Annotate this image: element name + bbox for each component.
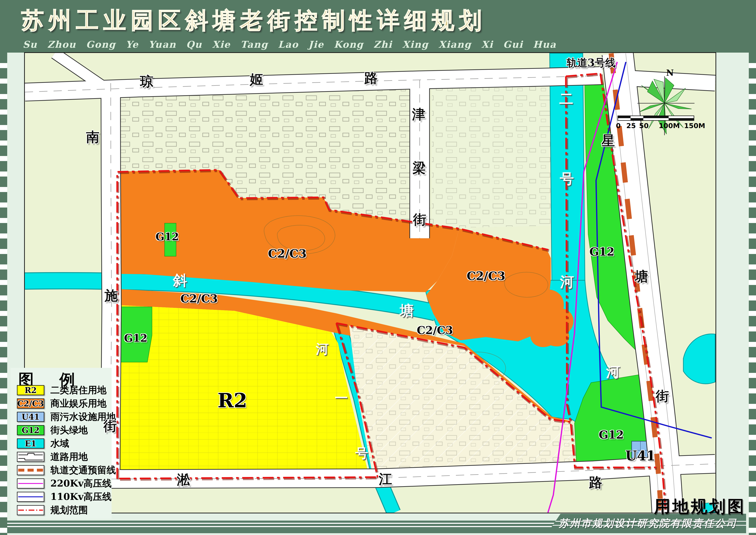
legend-swatch-c2c3: C2/C3: [17, 399, 44, 408]
legend-swatch-110kv-icon: [17, 492, 44, 502]
legend-swatch-boundary-icon: [17, 505, 44, 515]
zone-label-r2: R2: [218, 391, 247, 410]
scale-tick-50: 50: [639, 122, 649, 130]
legend-row-110kv: 110Kv高压线: [17, 492, 112, 502]
legend-swatch-u41: U41: [17, 412, 44, 422]
legend-swatch-rail-icon: [17, 465, 44, 475]
legend-swatch-g12: G12: [17, 425, 44, 435]
zone-label-g12: G12: [589, 246, 614, 257]
legend-row-220kv: 220Kv高压线: [17, 478, 112, 489]
planning-map-page: 苏州工业园区斜塘老街控制性详细规划 Su Zhou Gong Ye Yuan Q…: [0, 0, 756, 535]
legend-panel: 图 例 R2 二类居住用地 C2/C3 商业娱乐用地 U41 雨污水设施用地 G…: [11, 368, 112, 519]
boundary-line-icon: [18, 510, 43, 511]
legend-swatch-r2: R2: [17, 385, 44, 395]
rail-line-icon: [18, 469, 43, 472]
road-label-jinliang: 梁: [413, 161, 426, 175]
legend-row-rail: 轨道交通预留线: [17, 465, 116, 475]
hv220-line-icon: [18, 483, 43, 484]
map-sheet-title: 用地规划图: [654, 495, 746, 518]
legend-swatch-road-icon: [17, 452, 44, 462]
zone-label-g12: G12: [124, 333, 148, 343]
zone-label-c2c3: C2/C3: [268, 248, 307, 259]
legend-code: E1: [25, 439, 36, 448]
zone-label-c2c3: C2/C3: [417, 325, 453, 336]
page-subtitle: Su Zhou Gong Ye Yuan Qu Xie Tang Lao Jie…: [23, 39, 556, 50]
river-label-canal1: 号: [355, 447, 368, 460]
legend-label: 街头绿地: [50, 424, 88, 436]
river-label-xietang: 河: [560, 275, 574, 289]
road-label-songjiang: 淞: [177, 473, 190, 486]
road-label-xingtang: 塘: [635, 270, 648, 283]
legend-label: 商业娱乐用地: [50, 397, 107, 410]
legend-label: 220Kv高压线: [50, 477, 112, 490]
legend-row-c2c3: C2/C3 商业娱乐用地: [17, 398, 107, 409]
river-label-xietang: 塘: [400, 303, 414, 318]
zone-label-u41: U41: [625, 449, 656, 463]
scale-bar: [618, 116, 694, 121]
legend-code: C2/C3: [17, 399, 44, 408]
page-title: 苏州工业园区斜塘老街控制性详细规划: [21, 5, 486, 36]
scale-tick-150: 150M: [684, 122, 705, 130]
road-label-qiongji: 路: [364, 71, 378, 84]
legend-row-g12: G12 街头绿地: [17, 425, 88, 436]
legend-swatch-e1: E1: [17, 438, 44, 449]
legend-row-road: 道路用地: [17, 452, 88, 462]
legend-swatch-220kv-icon: [17, 478, 44, 489]
legend-row-u41: U41 雨污水设施用地: [17, 411, 116, 422]
legend-label: 二类居住用地: [50, 384, 107, 397]
road-label-qiongji: 琼: [140, 75, 153, 88]
legend-code: R2: [24, 386, 37, 395]
zone-label-c2c3: C2/C3: [180, 293, 218, 304]
north-label: N: [666, 69, 674, 77]
existing-block-east: [432, 76, 551, 228]
road-label-songjiang: 江: [379, 472, 392, 486]
legend-code: U41: [22, 412, 40, 422]
road-label-songjiang: 路: [589, 476, 602, 489]
zone-label-g12: G12: [599, 429, 624, 440]
river-label-canal1: 一: [335, 391, 348, 405]
road-label-qiongji: 姬: [250, 72, 263, 86]
legend-label: 水域: [50, 437, 69, 450]
right-filmstrip-border: [749, 53, 756, 535]
legend-code: G12: [22, 426, 40, 435]
road-label-nanshi: 施: [105, 289, 118, 302]
legend-row-boundary: 规划范围: [17, 505, 88, 515]
road-label-xingtang: 街: [656, 389, 669, 403]
river-label-canal2: 二: [559, 92, 573, 106]
legend-row-e1: E1 水域: [17, 438, 69, 449]
road-pattern-icon: [17, 452, 44, 461]
map-canvas: [24, 52, 716, 513]
company-name: 苏州市规划设计研究院有限责任公司: [559, 517, 737, 530]
scale-tick-25: 25: [626, 122, 636, 130]
zone-label-g12: G12: [155, 232, 179, 242]
zone-label-c2c3: C2/C3: [467, 270, 505, 282]
road-label-jinliang: 街: [413, 213, 426, 226]
legend-label: 110Kv高压线: [50, 491, 112, 503]
river-label-canal2: 号: [560, 172, 574, 186]
legend-label: 规划范围: [50, 504, 88, 517]
map-drawing: [25, 53, 716, 513]
legend-row-r2: R2 二类居住用地: [17, 385, 107, 395]
river-label-south-water: 河: [606, 365, 620, 379]
road-label-nanshi: 南: [86, 130, 99, 144]
header-band: 苏州工业园区斜塘老街控制性详细规划 Su Zhou Gong Ye Yuan Q…: [0, 0, 756, 53]
scale-tick-0: 0: [616, 122, 621, 130]
legend-label: 道路用地: [50, 451, 88, 463]
river-label-xietang: 斜: [173, 273, 187, 287]
road-label-xingtang: 星: [602, 134, 615, 147]
rail-line-label: 轨道3号线: [567, 57, 616, 68]
scale-tick-100: 100M: [659, 122, 680, 130]
legend-label: 轨道交通预留线: [50, 464, 116, 476]
river-label-canal1: 河: [316, 342, 329, 355]
road-label-nanshi: 街: [103, 419, 117, 433]
left-filmstrip-border: [0, 53, 7, 535]
hv110-line-icon: [18, 496, 43, 497]
road-label-jinliang: 津: [412, 107, 425, 121]
